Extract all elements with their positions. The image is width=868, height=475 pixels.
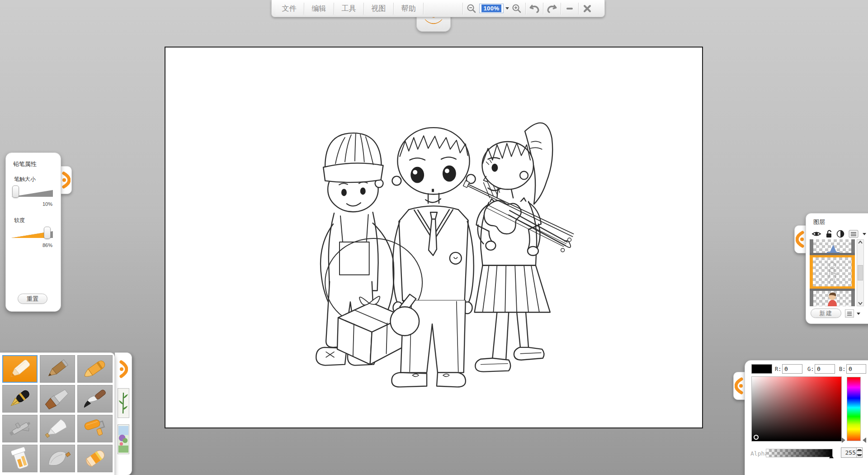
alpha-spinner — [841, 447, 863, 458]
paint-jar-icon — [3, 445, 37, 472]
reset-button[interactable]: 重置 — [18, 294, 47, 304]
minimize-button[interactable] — [562, 2, 577, 15]
picture-icon — [118, 425, 129, 454]
hue-marker-right[interactable] — [863, 437, 866, 443]
logo-space — [425, 2, 462, 15]
menu-help[interactable]: 帮助 — [395, 2, 422, 15]
layer-options-caret[interactable] — [857, 313, 860, 315]
alpha-spin-down[interactable] — [857, 453, 862, 458]
menu-edit[interactable]: 编辑 — [305, 2, 333, 15]
layer-options-button[interactable] — [845, 309, 854, 318]
scrollbar-thumb[interactable] — [858, 265, 863, 280]
tool-paint-tube[interactable] — [40, 415, 75, 442]
redo-button[interactable] — [544, 2, 560, 15]
crayon-icon — [78, 356, 112, 382]
girl-violin — [463, 123, 574, 372]
list-icon — [847, 311, 852, 316]
alpha-spin-up[interactable] — [857, 448, 862, 453]
layer-item-selected[interactable] — [810, 255, 855, 289]
paddle — [390, 294, 419, 336]
ink-brush-icon — [78, 385, 112, 412]
new-layer-button[interactable]: 新建 — [811, 309, 841, 318]
layers-scrollbar[interactable] — [857, 239, 864, 306]
menu-tools[interactable]: 工具 — [335, 2, 363, 15]
color-picker-grip[interactable] — [733, 372, 745, 400]
red-input[interactable] — [782, 364, 802, 374]
tool-flat-brush[interactable] — [40, 385, 75, 413]
paint-roller-icon — [78, 415, 112, 442]
tool-crayon[interactable] — [77, 355, 113, 383]
softness-handle[interactable] — [44, 227, 51, 239]
logo-clown-smile-icon — [423, 18, 444, 27]
color-picker-panel: R: G: B: Alpha — [745, 360, 868, 475]
sv-cursor[interactable] — [754, 435, 759, 440]
alpha-value-input[interactable] — [841, 448, 857, 457]
hue-strip[interactable] — [847, 377, 861, 441]
softness-value: 86% — [6, 242, 52, 248]
current-color-swatch — [751, 364, 772, 374]
tool-paint-roller[interactable] — [77, 415, 113, 442]
brush-size-handle[interactable] — [12, 185, 19, 198]
app-root: { "toolbar": { "menus": ["文件", "编辑", "工具… — [0, 0, 868, 475]
alpha-slider[interactable] — [766, 449, 833, 457]
grip-icon — [119, 358, 128, 380]
tool-airbrush[interactable] — [2, 415, 38, 442]
flat-brush-icon — [40, 385, 75, 412]
zoom-in-button[interactable] — [509, 2, 524, 15]
layers-panel-title: 图层 — [813, 218, 868, 226]
boy-middle — [392, 128, 475, 387]
eraser-icon — [78, 445, 112, 472]
tool-palette — [0, 352, 115, 475]
layer-item-top[interactable] — [810, 239, 855, 253]
layer-image-thumb — [813, 291, 851, 306]
green-input[interactable] — [815, 364, 835, 374]
drawing-canvas[interactable] — [165, 47, 703, 428]
palette-knife-icon — [40, 445, 75, 472]
saturation-value-box[interactable] — [751, 376, 842, 442]
close-button[interactable] — [580, 2, 595, 15]
pencil-panel-grip[interactable] — [60, 166, 72, 194]
red-label: R: — [775, 366, 781, 372]
separator — [578, 3, 579, 14]
separator — [525, 3, 526, 14]
palette-grip[interactable] — [119, 358, 128, 382]
separator — [462, 3, 463, 14]
unlock-icon[interactable] — [826, 230, 832, 238]
tool-ink-brush[interactable] — [77, 385, 113, 413]
pattern-tab-picture[interactable] — [118, 424, 129, 454]
layers-panel-grip[interactable] — [794, 225, 806, 253]
layer-item-bottom[interactable] — [810, 291, 855, 306]
layer-menu-icon[interactable] — [849, 230, 859, 238]
zoom-dropdown-arrow[interactable] — [505, 7, 509, 10]
tool-palette-knife[interactable] — [40, 445, 75, 472]
pattern-tab-bamboo[interactable] — [118, 388, 129, 418]
brush-size-slider[interactable] — [11, 185, 56, 200]
tool-wood-pencil[interactable] — [40, 355, 75, 383]
brush-size-label: 笔触大小 — [14, 176, 61, 183]
tool-eraser[interactable] — [77, 445, 113, 472]
alpha-marker[interactable] — [829, 455, 834, 458]
tool-fountain-pen[interactable] — [2, 385, 38, 413]
palette-side-strip — [115, 352, 132, 475]
layer-sketch-thumb — [813, 257, 852, 286]
layer-menu-caret[interactable] — [863, 233, 866, 235]
scroll-up-icon[interactable] — [858, 241, 863, 244]
zoom-out-button[interactable] — [464, 2, 479, 15]
softness-slider[interactable] — [11, 226, 56, 242]
softness-label: 软度 — [14, 217, 61, 224]
menu-file[interactable]: 文件 — [275, 2, 303, 15]
menu-view[interactable]: 视图 — [365, 2, 392, 15]
tool-pencil[interactable] — [2, 355, 38, 383]
visibility-eye-icon[interactable] — [811, 230, 821, 238]
brush-size-value: 10% — [6, 201, 52, 207]
hue-marker-left[interactable] — [842, 437, 845, 443]
scroll-down-icon[interactable] — [858, 302, 863, 305]
undo-button[interactable] — [527, 2, 542, 15]
tool-paint-jar[interactable] — [2, 445, 38, 472]
zoom-level-combo[interactable]: 100% — [479, 4, 504, 13]
paint-tube-icon — [40, 415, 75, 442]
separator — [304, 3, 304, 14]
opacity-half-circle-icon[interactable] — [836, 230, 844, 238]
blue-input[interactable] — [846, 364, 866, 374]
separator — [423, 3, 424, 14]
